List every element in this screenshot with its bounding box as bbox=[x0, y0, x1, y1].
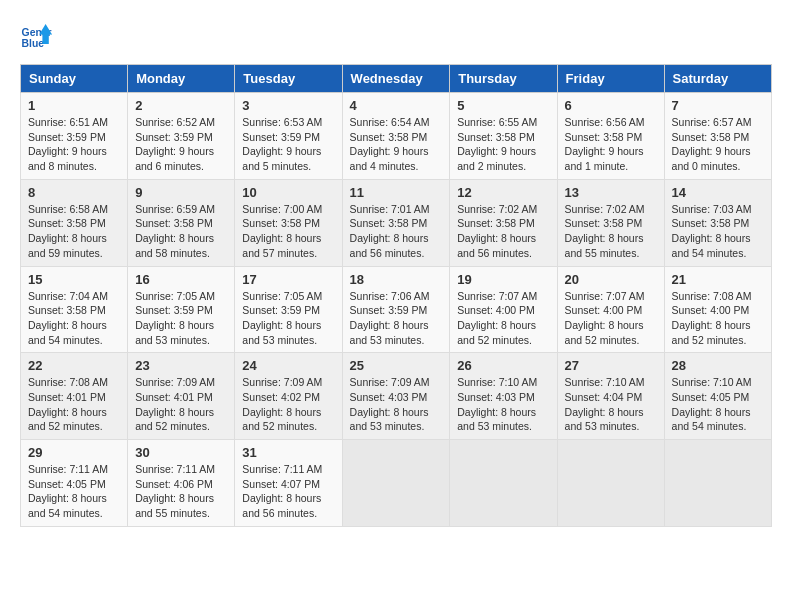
day-info: Sunrise: 7:08 AM Sunset: 4:00 PM Dayligh… bbox=[672, 289, 764, 348]
day-cell: 12Sunrise: 7:02 AM Sunset: 3:58 PM Dayli… bbox=[450, 179, 557, 266]
header-cell-friday: Friday bbox=[557, 65, 664, 93]
week-row-4: 29Sunrise: 7:11 AM Sunset: 4:05 PM Dayli… bbox=[21, 440, 772, 527]
logo: General Blue bbox=[20, 20, 56, 52]
day-number: 19 bbox=[457, 272, 549, 287]
day-info: Sunrise: 6:54 AM Sunset: 3:58 PM Dayligh… bbox=[350, 115, 443, 174]
header-cell-tuesday: Tuesday bbox=[235, 65, 342, 93]
day-number: 17 bbox=[242, 272, 334, 287]
header-cell-thursday: Thursday bbox=[450, 65, 557, 93]
day-cell bbox=[342, 440, 450, 527]
day-info: Sunrise: 6:59 AM Sunset: 3:58 PM Dayligh… bbox=[135, 202, 227, 261]
day-cell: 21Sunrise: 7:08 AM Sunset: 4:00 PM Dayli… bbox=[664, 266, 771, 353]
day-number: 25 bbox=[350, 358, 443, 373]
day-info: Sunrise: 6:51 AM Sunset: 3:59 PM Dayligh… bbox=[28, 115, 120, 174]
day-info: Sunrise: 7:06 AM Sunset: 3:59 PM Dayligh… bbox=[350, 289, 443, 348]
day-cell bbox=[557, 440, 664, 527]
day-info: Sunrise: 7:03 AM Sunset: 3:58 PM Dayligh… bbox=[672, 202, 764, 261]
day-number: 20 bbox=[565, 272, 657, 287]
day-number: 4 bbox=[350, 98, 443, 113]
day-number: 3 bbox=[242, 98, 334, 113]
day-number: 27 bbox=[565, 358, 657, 373]
logo-icon: General Blue bbox=[20, 20, 52, 52]
header-cell-monday: Monday bbox=[128, 65, 235, 93]
day-number: 6 bbox=[565, 98, 657, 113]
day-info: Sunrise: 7:04 AM Sunset: 3:58 PM Dayligh… bbox=[28, 289, 120, 348]
calendar-table: SundayMondayTuesdayWednesdayThursdayFrid… bbox=[20, 64, 772, 527]
day-cell: 24Sunrise: 7:09 AM Sunset: 4:02 PM Dayli… bbox=[235, 353, 342, 440]
day-cell: 30Sunrise: 7:11 AM Sunset: 4:06 PM Dayli… bbox=[128, 440, 235, 527]
day-number: 1 bbox=[28, 98, 120, 113]
day-cell: 8Sunrise: 6:58 AM Sunset: 3:58 PM Daylig… bbox=[21, 179, 128, 266]
day-number: 22 bbox=[28, 358, 120, 373]
day-info: Sunrise: 6:58 AM Sunset: 3:58 PM Dayligh… bbox=[28, 202, 120, 261]
day-number: 11 bbox=[350, 185, 443, 200]
day-info: Sunrise: 6:56 AM Sunset: 3:58 PM Dayligh… bbox=[565, 115, 657, 174]
day-info: Sunrise: 6:53 AM Sunset: 3:59 PM Dayligh… bbox=[242, 115, 334, 174]
day-info: Sunrise: 7:11 AM Sunset: 4:07 PM Dayligh… bbox=[242, 462, 334, 521]
day-cell: 2Sunrise: 6:52 AM Sunset: 3:59 PM Daylig… bbox=[128, 93, 235, 180]
day-number: 12 bbox=[457, 185, 549, 200]
day-cell: 20Sunrise: 7:07 AM Sunset: 4:00 PM Dayli… bbox=[557, 266, 664, 353]
day-cell: 5Sunrise: 6:55 AM Sunset: 3:58 PM Daylig… bbox=[450, 93, 557, 180]
day-info: Sunrise: 7:02 AM Sunset: 3:58 PM Dayligh… bbox=[565, 202, 657, 261]
page-header: General Blue bbox=[20, 20, 772, 52]
day-cell bbox=[664, 440, 771, 527]
header-cell-sunday: Sunday bbox=[21, 65, 128, 93]
day-number: 24 bbox=[242, 358, 334, 373]
day-info: Sunrise: 6:52 AM Sunset: 3:59 PM Dayligh… bbox=[135, 115, 227, 174]
day-info: Sunrise: 7:10 AM Sunset: 4:04 PM Dayligh… bbox=[565, 375, 657, 434]
day-cell: 4Sunrise: 6:54 AM Sunset: 3:58 PM Daylig… bbox=[342, 93, 450, 180]
day-info: Sunrise: 7:05 AM Sunset: 3:59 PM Dayligh… bbox=[135, 289, 227, 348]
day-number: 16 bbox=[135, 272, 227, 287]
day-info: Sunrise: 7:09 AM Sunset: 4:03 PM Dayligh… bbox=[350, 375, 443, 434]
day-info: Sunrise: 7:02 AM Sunset: 3:58 PM Dayligh… bbox=[457, 202, 549, 261]
week-row-2: 15Sunrise: 7:04 AM Sunset: 3:58 PM Dayli… bbox=[21, 266, 772, 353]
day-cell: 26Sunrise: 7:10 AM Sunset: 4:03 PM Dayli… bbox=[450, 353, 557, 440]
day-cell: 11Sunrise: 7:01 AM Sunset: 3:58 PM Dayli… bbox=[342, 179, 450, 266]
day-number: 15 bbox=[28, 272, 120, 287]
day-cell: 14Sunrise: 7:03 AM Sunset: 3:58 PM Dayli… bbox=[664, 179, 771, 266]
day-number: 8 bbox=[28, 185, 120, 200]
header-row: SundayMondayTuesdayWednesdayThursdayFrid… bbox=[21, 65, 772, 93]
day-number: 21 bbox=[672, 272, 764, 287]
day-number: 9 bbox=[135, 185, 227, 200]
day-cell: 27Sunrise: 7:10 AM Sunset: 4:04 PM Dayli… bbox=[557, 353, 664, 440]
day-info: Sunrise: 7:09 AM Sunset: 4:01 PM Dayligh… bbox=[135, 375, 227, 434]
svg-text:Blue: Blue bbox=[22, 38, 45, 49]
day-number: 18 bbox=[350, 272, 443, 287]
day-cell: 28Sunrise: 7:10 AM Sunset: 4:05 PM Dayli… bbox=[664, 353, 771, 440]
header-cell-wednesday: Wednesday bbox=[342, 65, 450, 93]
day-number: 28 bbox=[672, 358, 764, 373]
day-cell: 9Sunrise: 6:59 AM Sunset: 3:58 PM Daylig… bbox=[128, 179, 235, 266]
day-number: 7 bbox=[672, 98, 764, 113]
day-cell: 1Sunrise: 6:51 AM Sunset: 3:59 PM Daylig… bbox=[21, 93, 128, 180]
day-info: Sunrise: 6:57 AM Sunset: 3:58 PM Dayligh… bbox=[672, 115, 764, 174]
day-info: Sunrise: 7:09 AM Sunset: 4:02 PM Dayligh… bbox=[242, 375, 334, 434]
day-number: 10 bbox=[242, 185, 334, 200]
day-cell: 25Sunrise: 7:09 AM Sunset: 4:03 PM Dayli… bbox=[342, 353, 450, 440]
day-info: Sunrise: 7:07 AM Sunset: 4:00 PM Dayligh… bbox=[457, 289, 549, 348]
day-cell: 3Sunrise: 6:53 AM Sunset: 3:59 PM Daylig… bbox=[235, 93, 342, 180]
day-number: 26 bbox=[457, 358, 549, 373]
day-cell bbox=[450, 440, 557, 527]
day-info: Sunrise: 7:11 AM Sunset: 4:06 PM Dayligh… bbox=[135, 462, 227, 521]
week-row-1: 8Sunrise: 6:58 AM Sunset: 3:58 PM Daylig… bbox=[21, 179, 772, 266]
day-number: 2 bbox=[135, 98, 227, 113]
day-info: Sunrise: 7:10 AM Sunset: 4:03 PM Dayligh… bbox=[457, 375, 549, 434]
day-number: 23 bbox=[135, 358, 227, 373]
day-cell: 10Sunrise: 7:00 AM Sunset: 3:58 PM Dayli… bbox=[235, 179, 342, 266]
day-number: 13 bbox=[565, 185, 657, 200]
day-info: Sunrise: 6:55 AM Sunset: 3:58 PM Dayligh… bbox=[457, 115, 549, 174]
week-row-3: 22Sunrise: 7:08 AM Sunset: 4:01 PM Dayli… bbox=[21, 353, 772, 440]
day-info: Sunrise: 7:07 AM Sunset: 4:00 PM Dayligh… bbox=[565, 289, 657, 348]
day-info: Sunrise: 7:05 AM Sunset: 3:59 PM Dayligh… bbox=[242, 289, 334, 348]
day-number: 14 bbox=[672, 185, 764, 200]
day-cell: 18Sunrise: 7:06 AM Sunset: 3:59 PM Dayli… bbox=[342, 266, 450, 353]
day-cell: 6Sunrise: 6:56 AM Sunset: 3:58 PM Daylig… bbox=[557, 93, 664, 180]
day-info: Sunrise: 7:10 AM Sunset: 4:05 PM Dayligh… bbox=[672, 375, 764, 434]
day-cell: 31Sunrise: 7:11 AM Sunset: 4:07 PM Dayli… bbox=[235, 440, 342, 527]
day-cell: 23Sunrise: 7:09 AM Sunset: 4:01 PM Dayli… bbox=[128, 353, 235, 440]
header-cell-saturday: Saturday bbox=[664, 65, 771, 93]
day-cell: 22Sunrise: 7:08 AM Sunset: 4:01 PM Dayli… bbox=[21, 353, 128, 440]
day-number: 5 bbox=[457, 98, 549, 113]
